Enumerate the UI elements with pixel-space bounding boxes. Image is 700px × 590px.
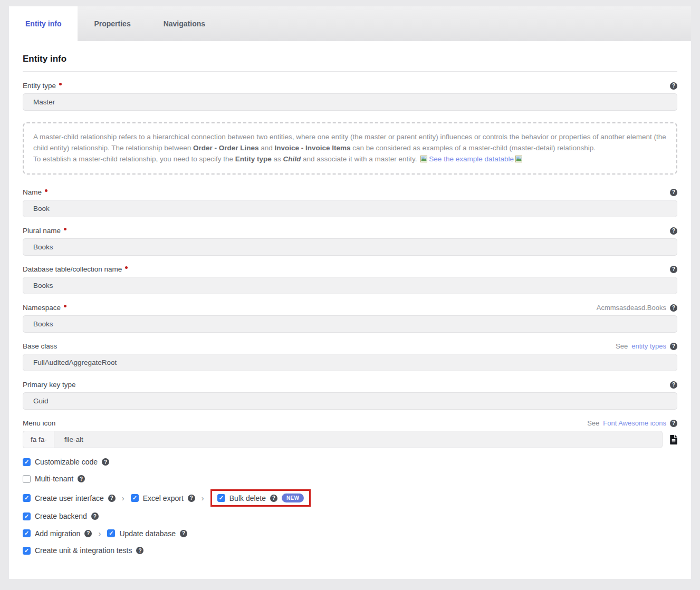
entity-type-input[interactable]: Master (23, 93, 677, 111)
field-plural-name: Plural name ? Books (23, 227, 677, 256)
help-icon[interactable]: ? (102, 458, 109, 466)
checkbox-create-user-interface[interactable]: ✓ Create user interface ? (23, 494, 116, 502)
namespace-label: Namespace (23, 304, 66, 312)
info-bold: Order - Order Lines (193, 144, 259, 152)
help-icon[interactable]: ? (670, 343, 677, 350)
help-icon[interactable]: ? (91, 512, 99, 520)
help-icon[interactable]: ? (84, 530, 92, 537)
help-icon[interactable]: ? (670, 189, 677, 196)
tab-properties[interactable]: Properties (78, 6, 147, 41)
menu-icon-label: Menu icon (23, 419, 55, 427)
row-create-user-interface: ✓ Create user interface ? › ✓ Excel expo… (23, 489, 677, 507)
checkbox-label: Excel export (143, 494, 184, 502)
base-class-input[interactable]: FullAuditedAggregateRoot (23, 354, 677, 371)
see-text: See (587, 419, 599, 427)
chevron-right-icon: › (122, 494, 124, 502)
example-datatable-link[interactable]: See the example datatable (429, 155, 514, 163)
required-dot (125, 266, 128, 269)
help-icon[interactable]: ? (270, 495, 277, 502)
help-icon[interactable]: ? (670, 227, 677, 235)
page-background: Entity info Properties Navigations Entit… (0, 0, 700, 586)
name-label: Name (23, 188, 47, 196)
field-name: Name ? Book (23, 188, 677, 217)
help-icon[interactable]: ? (670, 266, 677, 273)
plural-name-label: Plural name (23, 227, 66, 235)
help-icon[interactable]: ? (78, 475, 85, 482)
menu-icon-input[interactable]: file-alt (54, 431, 663, 448)
file-alt-icon (670, 435, 677, 444)
menu-icon-prefix: fa fa- (23, 431, 54, 448)
row-add-migration: ✓ Add migration ? › ✓ Update database ? (23, 529, 677, 538)
name-input[interactable]: Book (23, 200, 677, 217)
base-class-label: Base class (23, 342, 57, 350)
help-icon[interactable]: ? (670, 304, 677, 312)
checkbox-label: Add migration (35, 529, 80, 538)
checkbox-box[interactable]: ✓ (107, 529, 115, 537)
field-primary-key: Primary key type ? Guid (23, 381, 677, 410)
checkbox-box[interactable]: ✓ (217, 494, 225, 502)
checkbox-box[interactable]: ✓ (23, 458, 31, 466)
field-db-table: Database table/collection name ? Books (23, 265, 677, 294)
checkbox-add-migration[interactable]: ✓ Add migration ? (23, 529, 92, 538)
row-create-tests: ✓ Create unit & integration tests ? (23, 546, 677, 555)
checkbox-label: Bulk delete (229, 494, 266, 502)
checkbox-update-database[interactable]: ✓ Update database ? (107, 529, 187, 538)
image-icon (420, 154, 427, 166)
info-text: and associate it with a master entity. (301, 155, 419, 163)
see-text: See (616, 342, 628, 350)
checkbox-box[interactable]: ✓ (23, 494, 31, 502)
row-create-backend: ✓ Create backend ? (23, 512, 677, 520)
plural-name-input[interactable]: Books (23, 238, 677, 256)
checkbox-multi-tenant[interactable]: ✓ Multi-tenant ? (23, 475, 85, 483)
db-table-input[interactable]: Books (23, 277, 677, 294)
help-icon[interactable]: ? (670, 381, 677, 389)
field-menu-icon: Menu icon See Font Awesome icons? fa fa-… (23, 419, 677, 448)
entity-info-panel: Entity info Entity type ? Master A maste… (9, 41, 691, 579)
checkbox-label: Create backend (35, 512, 87, 520)
checkbox-excel-export[interactable]: ✓ Excel export ? (131, 494, 195, 502)
checkbox-create-backend[interactable]: ✓ Create backend ? (23, 512, 99, 520)
chevron-right-icon: › (98, 529, 101, 538)
field-entity-type: Entity type ? Master (23, 82, 677, 111)
checkbox-create-tests[interactable]: ✓ Create unit & integration tests ? (23, 546, 143, 555)
help-icon[interactable]: ? (670, 420, 677, 427)
page-title: Entity info (23, 54, 677, 64)
help-icon[interactable]: ? (188, 495, 195, 502)
checkbox-label: Create user interface (35, 494, 104, 502)
checkbox-box[interactable]: ✓ (23, 547, 31, 555)
master-child-info-box: A master-child relationship refers to a … (23, 122, 677, 175)
checkbox-customizable-code[interactable]: ✓ Customizable code ? (23, 458, 109, 466)
help-icon[interactable]: ? (180, 530, 187, 537)
help-icon[interactable]: ? (136, 547, 143, 554)
check-icon: ✓ (24, 530, 29, 536)
check-icon: ✓ (24, 495, 29, 501)
checkbox-box[interactable]: ✓ (23, 512, 31, 520)
namespace-input[interactable]: Books (23, 315, 677, 333)
font-awesome-icons-link[interactable]: Font Awesome icons (603, 419, 666, 427)
required-dot (64, 228, 66, 230)
help-icon[interactable]: ? (670, 82, 677, 90)
tab-navigations[interactable]: Navigations (147, 6, 222, 41)
checkbox-box[interactable]: ✓ (131, 494, 139, 502)
check-icon: ✓ (109, 530, 113, 536)
check-icon: ✓ (24, 459, 29, 465)
required-dot (59, 83, 62, 85)
new-badge: NEW (282, 494, 304, 502)
primary-key-input[interactable]: Guid (23, 392, 677, 410)
checkbox-label: Customizable code (35, 458, 98, 466)
checkbox-box[interactable]: ✓ (23, 529, 31, 537)
entity-types-link[interactable]: entity types (631, 342, 666, 350)
check-icon: ✓ (219, 495, 224, 501)
row-customizable-code: ✓ Customizable code ? (23, 458, 677, 466)
row-multi-tenant: ✓ Multi-tenant ? (23, 475, 677, 483)
field-namespace: Namespace Acmmsasdeasd.Books? Books (23, 304, 677, 333)
image-icon (515, 154, 522, 166)
checkbox-box[interactable]: ✓ (23, 475, 31, 483)
tab-bar: Entity info Properties Navigations (9, 6, 691, 41)
info-text: as (272, 155, 283, 163)
help-icon[interactable]: ? (108, 495, 116, 502)
entity-type-label: Entity type (23, 82, 62, 90)
checkbox-bulk-delete[interactable]: ✓ Bulk delete ? NEW (217, 494, 304, 502)
divider (23, 71, 677, 72)
tab-entity-info[interactable]: Entity info (9, 6, 78, 41)
